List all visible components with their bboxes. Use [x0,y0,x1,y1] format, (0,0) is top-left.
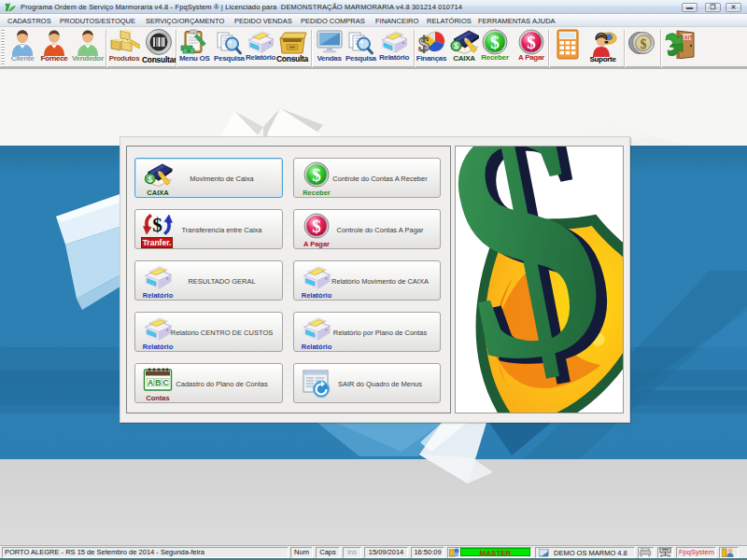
svg-text:$: $ [418,32,430,56]
svg-text:$: $ [641,37,647,51]
svg-text:EXIT: EXIT [681,35,693,40]
